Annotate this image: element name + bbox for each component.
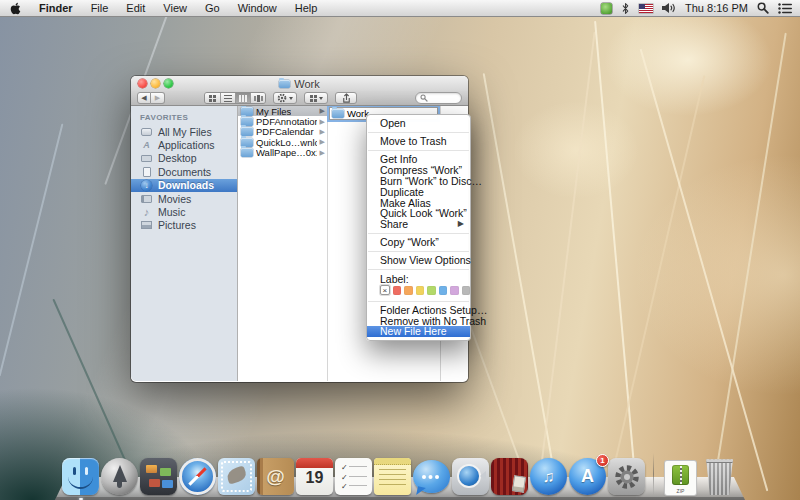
label-none-swatch[interactable]: × [380,285,390,295]
coverflow-view-button[interactable] [250,93,265,103]
sidebar-item-music[interactable]: ♪ Music [131,205,237,218]
list-item[interactable]: PDFCalendar ▶ [238,127,327,137]
menu-item-view[interactable]: View [154,0,196,16]
label-yellow-swatch[interactable] [416,286,425,295]
wallpaper-stem [607,75,706,494]
wallpaper-stem [536,32,595,499]
apple-menu[interactable] [0,2,30,15]
movies-icon [140,193,153,204]
dock-icon-trash[interactable] [701,458,738,495]
list-item[interactable]: PDFAnnotationEditor ▶ [238,116,327,126]
dock-icon-calendar[interactable]: 19 [296,458,333,495]
wallpaper-stem [0,124,63,377]
dock-icon-app-store[interactable]: 1 [569,458,606,495]
applications-icon: A [140,140,153,151]
sidebar-item-documents[interactable]: Documents [131,165,237,178]
menu-item-go[interactable]: Go [196,0,229,16]
sidebar-item-movies[interactable]: Movies [131,192,237,205]
dock-icon-finder[interactable] [62,458,99,495]
app-status-icon[interactable] [601,3,612,14]
dock-icon-launchpad[interactable] [101,458,138,495]
search-input[interactable] [415,92,462,104]
list-view-icon [224,95,232,102]
spotlight-icon[interactable] [757,2,769,14]
submenu-arrow-icon: ▶ [458,219,470,230]
chevron-right-icon: ▶ [320,118,325,126]
menu-item-finder[interactable]: Finder [30,0,82,16]
sidebar-item-applications[interactable]: A Applications [131,138,237,151]
context-menu-item-open[interactable]: Open [367,118,470,129]
folder-icon [279,80,290,88]
context-menu-item-new-file-here[interactable]: New File Here [367,326,470,337]
forward-button[interactable]: ▶ [151,92,165,104]
sidebar-heading: FAVORITES [131,111,237,125]
dock-icon-zip-file[interactable]: ZIP [662,458,699,495]
notification-center-icon[interactable] [778,3,792,14]
context-menu-item-folder-actions-setup[interactable]: Folder Actions Setup… [367,305,470,316]
label-purple-swatch[interactable] [450,286,459,295]
label-gray-swatch[interactable] [462,286,471,295]
dock-icon-contacts[interactable] [257,458,294,495]
label-blue-swatch[interactable] [439,286,448,295]
icon-view-button[interactable] [205,93,220,103]
column-1: My Files ▶ PDFAnnotationEditor ▶ PDFCale… [238,106,328,381]
dock-icon-reminders[interactable] [335,458,372,495]
dock-icon-safari[interactable] [179,458,216,495]
menu-separator [368,132,469,133]
menu-separator [368,251,469,252]
dock-icon-facetime[interactable] [452,458,489,495]
chevron-right-icon: ▶ [320,128,325,136]
search-icon [420,94,428,102]
context-menu-item-duplicate[interactable]: Duplicate [367,187,470,198]
all-my-files-icon [140,126,153,137]
input-source-flag-icon[interactable] [639,4,653,13]
list-item[interactable]: WallPape…0x1440 ▶ [238,148,327,158]
desktop: Finder File Edit View Go Window Help Thu… [0,0,800,500]
gear-icon [277,93,287,103]
dock-icon-messages[interactable] [413,458,450,495]
label-orange-swatch[interactable] [404,286,413,295]
context-menu-label-heading: Label: [367,274,470,285]
menu-item-help[interactable]: Help [286,0,327,16]
menu-item-edit[interactable]: Edit [117,0,154,16]
list-view-button[interactable] [220,93,235,103]
toolbar: ◀ ▶ [131,91,468,106]
label-red-swatch[interactable] [393,286,402,295]
menu-item-window[interactable]: Window [229,0,286,16]
dock-icon-system-preferences[interactable] [608,458,645,495]
dock-icon-mail[interactable] [218,458,255,495]
label-green-swatch[interactable] [427,286,436,295]
share-button[interactable] [335,92,357,104]
context-menu-item-copy[interactable]: Copy “Work” [367,237,470,248]
volume-icon[interactable] [662,2,676,14]
menu-item-file[interactable]: File [82,0,118,16]
minimize-button[interactable] [151,79,160,88]
column-view-icon [239,95,247,102]
dock-icon-photo-booth[interactable] [491,458,528,495]
menu-bar: Finder File Edit View Go Window Help Thu… [0,0,800,17]
title-bar[interactable]: Work [131,76,468,91]
context-menu-item-share[interactable]: Share ▶ [367,219,470,230]
sidebar-item-all-my-files[interactable]: All My Files [131,125,237,138]
column-view-button[interactable] [235,93,250,103]
back-button[interactable]: ◀ [137,92,151,104]
music-icon: ♪ [140,207,153,218]
sidebar-item-desktop[interactable]: Desktop [131,152,237,165]
dock-icon-itunes[interactable] [530,458,567,495]
dock-icon-notes[interactable] [374,458,411,495]
dock-icon-mission-control[interactable] [140,458,177,495]
sidebar-item-downloads[interactable]: ↓ Downloads [131,179,237,192]
menu-separator [368,301,469,302]
close-button[interactable] [138,79,147,88]
sidebar-item-pictures[interactable]: Pictures [131,219,237,232]
context-menu-item-move-to-trash[interactable]: Move to Trash [367,136,470,147]
arrange-menu-button[interactable] [304,92,328,104]
context-menu-item-show-view-options[interactable]: Show View Options [367,255,470,266]
zoom-button[interactable] [164,79,173,88]
desktop-icon [140,153,153,164]
action-menu-button[interactable] [273,92,297,104]
list-item[interactable]: My Files ▶ [238,106,327,116]
menu-bar-clock[interactable]: Thu 8:16 PM [685,2,748,14]
bluetooth-icon[interactable] [621,2,630,15]
list-item[interactable]: QuickLo…wnloader ▶ [238,137,327,147]
